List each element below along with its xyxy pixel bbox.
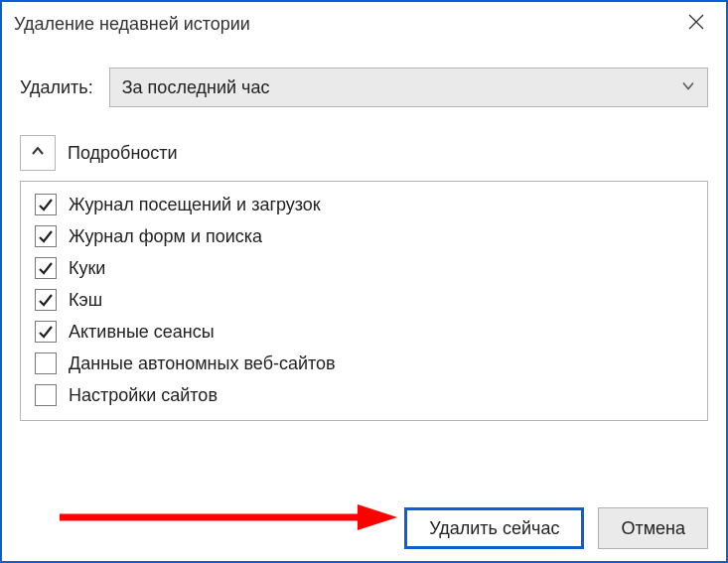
close-icon [687,13,705,36]
checkbox-offline-data[interactable]: Данные автономных веб-сайтов [35,352,693,374]
time-range-select[interactable]: За последний час [109,68,708,107]
time-range-row: Удалить: За последний час [20,68,708,107]
checkbox-site-settings[interactable]: Настройки сайтов [35,384,693,406]
time-range-label: Удалить: [20,77,93,98]
dialog-footer: Удалить сейчас Отмена [20,490,708,549]
window-title: Удаление недавней истории [14,14,674,35]
checkbox-form-search-history[interactable]: Журнал форм и поиска [35,225,693,247]
checkbox-icon [35,289,57,311]
time-range-value: За последний час [122,77,270,98]
checkbox-cookies[interactable]: Куки [35,257,693,279]
checkbox-label: Кэш [69,290,102,311]
checkbox-browsing-download-history[interactable]: Журнал посещений и загрузок [35,194,693,215]
delete-now-button[interactable]: Удалить сейчас [404,507,584,549]
checkbox-icon [35,352,57,374]
checkbox-icon [35,225,57,247]
checkbox-label: Данные автономных веб-сайтов [69,353,336,374]
checkbox-icon [35,384,57,406]
details-toggle-button[interactable] [20,135,56,171]
checkbox-cache[interactable]: Кэш [35,289,693,311]
cancel-button[interactable]: Отмена [598,507,708,549]
dialog-content: Удалить: За последний час Подробности Жу… [2,46,726,561]
checkbox-label: Журнал посещений и загрузок [69,195,321,215]
checkbox-label: Куки [69,258,105,279]
checkbox-label: Настройки сайтов [69,385,218,406]
chevron-up-icon [31,144,45,162]
button-label: Удалить сейчас [429,518,559,539]
checkbox-icon [35,321,57,343]
close-button[interactable] [674,4,718,44]
details-list: Журнал посещений и загрузок Журнал форм … [20,181,708,421]
checkbox-icon [35,194,57,215]
svg-marker-3 [358,504,397,530]
annotation-arrow-icon [60,502,397,536]
chevron-down-icon [681,77,695,98]
button-label: Отмена [621,518,685,539]
details-header: Подробности [20,135,708,171]
checkbox-label: Журнал форм и поиска [69,226,262,247]
checkbox-label: Активные сеансы [69,322,215,343]
details-label: Подробности [68,143,178,164]
titlebar: Удаление недавней истории [2,2,726,46]
checkbox-active-logins[interactable]: Активные сеансы [35,321,693,343]
checkbox-icon [35,257,57,279]
dialog-window: Удаление недавней истории Удалить: За по… [0,0,728,563]
